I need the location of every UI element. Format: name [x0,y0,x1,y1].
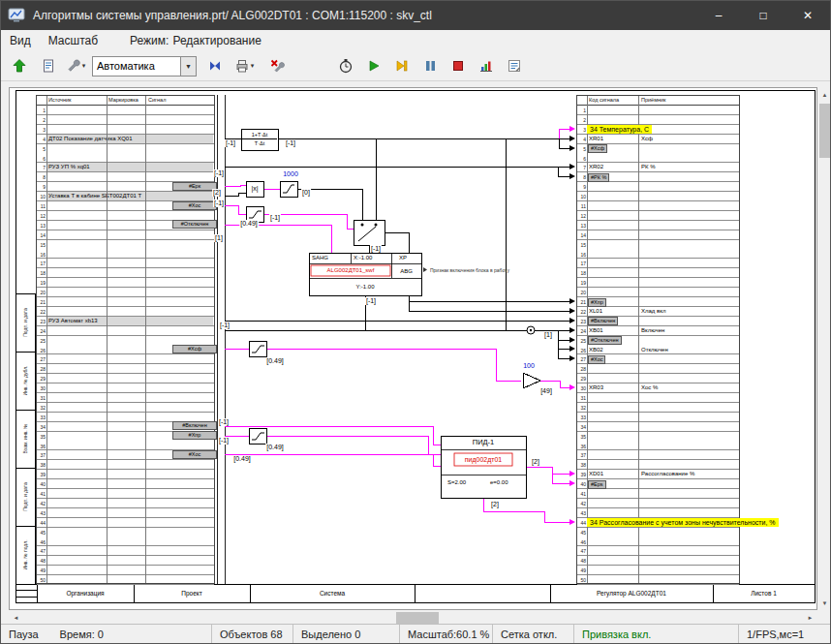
right-row-number: 6 [577,154,586,164]
snap-toggle[interactable]: Привязка вкл. [574,625,739,643]
signal-tag[interactable]: #Хос [588,355,605,364]
step-button[interactable] [389,54,415,77]
stats-button[interactable] [474,54,499,77]
scroll-left-button[interactable]: ◄ [9,610,23,625]
document-button[interactable] [36,54,61,77]
left-row-number: 13 [37,221,46,230]
right-row-number: 19 [577,278,586,288]
cancel-tools-button[interactable] [264,54,290,77]
timer-button[interactable] [333,54,358,77]
signal-code[interactable]: XB02 [589,346,637,354]
stop-button[interactable] [446,54,471,77]
grid-toggle[interactable]: Сетка откл. [493,625,574,643]
menu-item-1[interactable]: Масштаб [40,34,107,47]
rate-limiter-3[interactable] [249,428,266,444]
chevron-down-icon: ▾ [82,62,86,70]
amplifier-block[interactable] [523,373,540,388]
signal-receiver[interactable]: Рассогласование % [641,470,694,478]
right-row-number: 24 [577,326,586,336]
pause-icon [422,58,438,74]
vertical-scrollbar[interactable]: ▲ ▼ [817,87,831,610]
signal-code[interactable]: XB01 [589,326,637,335]
menu-item-0[interactable]: Вид [1,34,40,47]
signal-tag[interactable]: #Хсф [588,144,607,153]
left-row-number: 29 [37,374,46,383]
column-divider [46,96,47,583]
pause-button[interactable] [417,54,443,77]
signal-code[interactable]: XR01 [589,135,637,143]
signal-code[interactable]: XD01 [589,470,637,478]
lag-filter-block[interactable] [241,129,278,150]
left-row-number: 41 [37,489,46,499]
sahg-block[interactable] [309,253,421,295]
signal-tag[interactable]: #Eps [588,480,606,489]
scroll-right-button[interactable]: ► [803,610,817,625]
right-row-number: 8 [577,172,586,182]
status-fps: 1/FPS,мс=1 [739,625,830,643]
mode-select-value: Автоматика [93,60,180,72]
vertical-scroll-thumb[interactable] [819,104,830,158]
combo-arrow-icon[interactable]: ▼ [180,57,196,76]
left-table-entry[interactable]: ДТ02 Показание датчика XQ01 [46,135,213,143]
signal-receiver[interactable]: РК % [641,163,656,171]
right-row-number: 22 [577,307,586,317]
signal-code[interactable]: XR03 [589,383,637,392]
signal-receiver[interactable]: Включен [641,326,664,335]
right-row-number: 35 [577,432,586,442]
navigate-up-button[interactable] [7,54,32,77]
left-row-number: 17 [37,259,46,268]
left-row-number: 35 [37,432,46,442]
canvas[interactable]: Источник Маркировка Сигнал 1234ДТ02 Пока… [9,87,817,610]
print-button[interactable]: ▾ [231,54,257,77]
pid-block[interactable] [441,436,526,498]
menu-item-mode[interactable]: Редактирование [170,34,269,47]
left-table-entry[interactable]: РУЗ УП % xq01 [46,163,213,171]
rate-limiter-1[interactable] [246,206,263,222]
signal-receiver[interactable]: Хос % [641,383,658,392]
status-time: Время: 0 [60,629,104,640]
signal-tag[interactable]: #Хпр [588,298,606,307]
signal-receiver[interactable]: Отключен [641,346,668,354]
right-row-number: 1 [577,106,586,115]
maximize-button[interactable]: □ [741,1,785,30]
right-row-number: 23 [577,317,586,326]
signal-tag[interactable]: #Отключен [588,336,622,345]
status-pause: Пауза [9,629,39,640]
run-button[interactable] [361,54,386,77]
wires-black [225,138,570,358]
scroll-up-button[interactable]: ▲ [817,87,831,102]
scroll-down-button[interactable]: ▼ [817,596,831,610]
printer-icon [234,58,250,74]
signal-code[interactable]: XL01 [589,307,637,316]
left-row-number: 37 [37,450,46,460]
left-table-entry[interactable]: Уставка Т в кабине SET002ДТ01 Т [46,192,213,200]
left-table: Источник Маркировка Сигнал 1234ДТ02 Пока… [36,95,215,584]
alarm-row[interactable]: 34 Температура, С [587,125,652,135]
signal-tag[interactable]: #РК % [588,173,609,182]
workspace: Источник Маркировка Сигнал 1234ДТ02 Пока… [1,80,831,626]
signal-receiver[interactable]: Хлад вкл [641,307,665,316]
close-button[interactable]: ✕ [785,1,830,30]
left-row-number: 30 [37,383,46,393]
right-row-number: 43 [577,508,586,518]
right-row-number: 36 [577,442,586,451]
right-row-number: 11 [577,201,586,211]
abs-block[interactable] [246,181,263,197]
sync-button[interactable] [202,54,228,77]
left-table-entry[interactable]: РУЗ Автомат xb13 [46,317,213,325]
titlebar: Алгоритмы системы управления.prt/ ALG002… [1,1,830,30]
alarm-row[interactable]: 34 Рассогласование с учетом зоны нечувст… [587,518,779,528]
mode-select[interactable]: Автоматика ▼ [92,56,197,77]
right-table-header: Код сигнала Приёмник [577,96,739,106]
signal-receiver[interactable]: Хсф [641,135,653,143]
signal-tag[interactable]: #Включен [588,317,618,325]
minimize-button[interactable]: – [696,1,741,30]
tools-button[interactable]: ▾ [63,54,88,77]
journal-button[interactable] [502,54,527,77]
rate-limiter-2[interactable] [249,341,266,356]
signal-code[interactable]: XR02 [589,163,637,171]
left-row-number: 27 [37,354,46,364]
horizontal-scroll-thumb[interactable] [396,612,439,624]
left-row-number: 47 [37,546,46,556]
signal-bus [218,95,226,584]
